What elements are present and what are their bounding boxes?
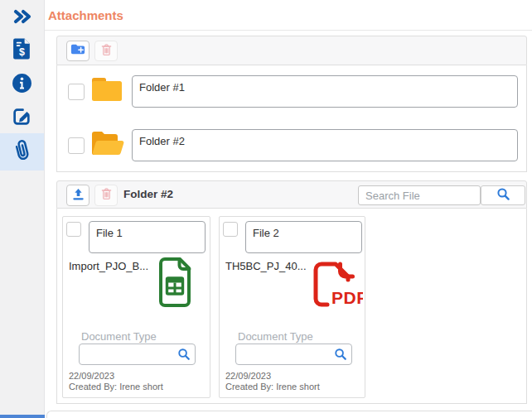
info-circle-icon [12, 73, 32, 97]
sidebar-item-info[interactable] [0, 68, 44, 101]
files-toolbar: Folder #2 [56, 180, 527, 209]
file-filename: TH5BC_PJ_40... [225, 260, 307, 272]
sidebar-item-collapse[interactable] [0, 2, 44, 35]
double-chevron-right-icon [12, 9, 32, 27]
page-title: Attachments [48, 8, 123, 22]
delete-folder-button[interactable] [94, 41, 118, 61]
pdf-file-icon[interactable]: PDF [310, 257, 363, 314]
folder-name-input[interactable]: Folder #1 [132, 75, 518, 108]
folder-open-icon[interactable] [90, 128, 125, 161]
file-filename: Import_PJO_B... [69, 260, 148, 272]
document-type-field [235, 344, 352, 365]
folder-name-input[interactable]: Folder #2 [132, 129, 518, 161]
folder-closed-icon[interactable] [90, 74, 123, 108]
file-created-by: Created By: Irene short [225, 382, 320, 392]
trash-icon [100, 43, 113, 60]
trash-icon [100, 187, 113, 204]
file-checkbox[interactable] [66, 222, 81, 237]
attachments-screen: $ [0, 0, 532, 418]
file-label-input[interactable]: File 1 [89, 221, 206, 253]
files-grid: File 1 Import_PJO_B... Document Type [56, 209, 527, 404]
current-folder-title: Folder #2 [123, 181, 173, 208]
document-type-label: Document Type [238, 330, 313, 343]
add-folder-button[interactable] [66, 41, 89, 61]
document-type-label: Document Type [81, 330, 157, 343]
sidebar: $ [0, 0, 45, 418]
edit-pencil-icon [12, 106, 32, 130]
search-icon [496, 187, 510, 204]
file-checkbox[interactable] [223, 222, 238, 237]
file-label-input[interactable]: File 2 [245, 221, 362, 253]
next-section-panel [46, 411, 532, 418]
folder-checkbox[interactable] [68, 84, 85, 100]
folders-list: Folder #1 Folder #2 [56, 65, 527, 172]
file-card: File 2 TH5BC_PJ_40... PDF Document Type [219, 216, 365, 398]
file-card: File 1 Import_PJO_B... Document Type [62, 216, 210, 398]
sidebar-item-attachments[interactable] [0, 133, 44, 171]
invoice-dollar-icon: $ [12, 37, 31, 63]
folders-toolbar [56, 36, 527, 65]
sidebar-item-billing[interactable]: $ [0, 33, 44, 66]
folder-checkbox[interactable] [68, 137, 85, 154]
paperclip-icon [12, 137, 32, 166]
spreadsheet-file-icon[interactable] [156, 257, 194, 311]
svg-text:$: $ [19, 46, 25, 58]
document-type-field [79, 344, 196, 365]
search-file-input[interactable] [358, 185, 481, 205]
folder-plus-icon [70, 43, 85, 59]
svg-text:PDF: PDF [331, 288, 363, 307]
delete-file-button[interactable] [94, 185, 118, 206]
header-divider [45, 30, 532, 31]
file-date: 22/09/2023 [69, 371, 114, 381]
upload-icon [71, 187, 85, 204]
search-file-button[interactable] [481, 185, 525, 205]
file-date: 22/09/2023 [225, 371, 271, 381]
sidebar-item-edit[interactable] [0, 101, 44, 134]
upload-file-button[interactable] [66, 185, 89, 206]
sidebar-bottom-accent [0, 415, 45, 418]
file-created-by: Created By: Irene short [69, 382, 163, 392]
